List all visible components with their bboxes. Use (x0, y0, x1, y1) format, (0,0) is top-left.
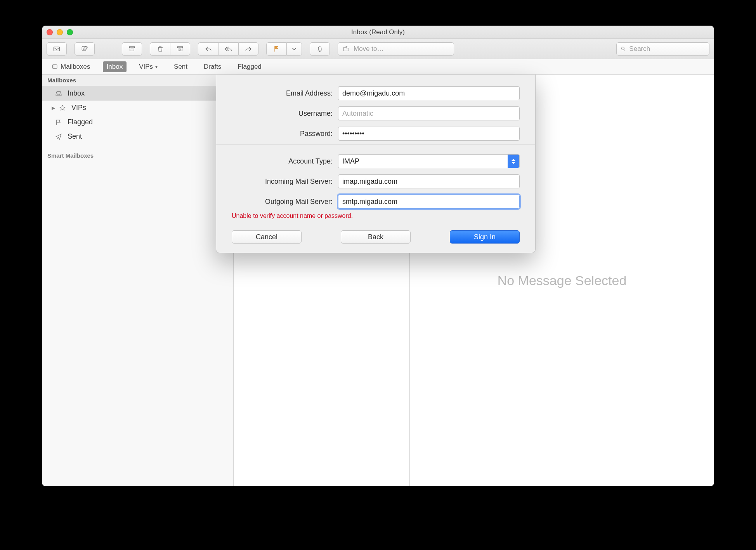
sheet-divider (216, 144, 535, 145)
fav-inbox[interactable]: Inbox (103, 61, 127, 72)
search-input[interactable] (629, 45, 705, 53)
fav-sent-label: Sent (174, 63, 187, 71)
reply-button[interactable] (198, 42, 218, 56)
svg-rect-0 (54, 47, 60, 51)
sidebar-item-flagged[interactable]: Flagged (42, 115, 233, 129)
sidebar-item-label: Sent (68, 132, 82, 141)
sidebar-item-label: Flagged (68, 118, 93, 126)
zoom-window-button[interactable] (67, 29, 73, 35)
account-setup-sheet: Email Address: Username: Password: (216, 75, 536, 253)
junk-button[interactable] (170, 42, 190, 56)
window-title: Inbox (Read Only) (351, 28, 405, 36)
forward-button[interactable] (238, 42, 258, 56)
fav-mailboxes[interactable]: Mailboxes (47, 61, 94, 72)
label-incoming: Incoming Mail Server: (232, 178, 333, 186)
label-email: Email Address: (232, 89, 333, 97)
inbox-icon (54, 90, 63, 97)
svg-point-4 (621, 47, 624, 50)
fav-flagged-label: Flagged (238, 63, 261, 71)
delete-button[interactable] (150, 42, 170, 56)
flag-outline-icon (54, 119, 63, 126)
error-message: Unable to verify account name or passwor… (232, 212, 520, 219)
forward-icon (245, 45, 252, 52)
sidebar: Mailboxes Inbox ▶ VIPs Flagged Sent (42, 75, 234, 486)
search-field[interactable] (616, 42, 709, 56)
select-stepper-icon (508, 155, 519, 168)
username-field-wrap[interactable] (338, 106, 520, 120)
fav-vips-label: VIPs (139, 63, 153, 71)
svg-rect-5 (52, 64, 57, 68)
sidebar-item-vips[interactable]: ▶ VIPs (42, 101, 233, 115)
favorites-bar: Mailboxes Inbox VIPs ▾ Sent Drafts Flagg… (42, 59, 714, 75)
sidebar-item-inbox[interactable]: Inbox (42, 86, 233, 101)
label-outgoing: Outgoing Mail Server: (232, 198, 333, 206)
trash-icon (157, 45, 164, 52)
fav-drafts[interactable]: Drafts (200, 61, 225, 72)
label-password: Password: (232, 130, 333, 138)
move-to-label: Move to… (354, 45, 383, 53)
password-input[interactable] (342, 130, 515, 138)
minimize-window-button[interactable] (57, 29, 63, 35)
back-button-label: Back (368, 233, 383, 241)
reply-all-button[interactable] (218, 42, 238, 56)
account-type-select[interactable]: IMAP (338, 154, 520, 168)
email-field-wrap[interactable] (338, 86, 520, 100)
chevron-down-icon: ▾ (155, 64, 158, 70)
junk-icon (177, 45, 184, 52)
mail-window: Inbox (Read Only) (42, 26, 714, 486)
svg-rect-3 (177, 47, 183, 48)
fav-flagged[interactable]: Flagged (234, 61, 265, 72)
email-input[interactable] (342, 89, 515, 97)
titlebar: Inbox (Read Only) (42, 26, 714, 39)
cancel-button-label: Cancel (256, 233, 277, 241)
sign-in-button[interactable]: Sign In (450, 230, 520, 244)
reply-icon (205, 45, 212, 52)
star-icon (58, 104, 67, 111)
bell-icon (316, 45, 323, 52)
sidebar-toggle-icon (51, 64, 58, 70)
get-mail-button[interactable] (47, 42, 67, 56)
toolbar: Move to… (42, 39, 714, 59)
fav-mailboxes-label: Mailboxes (61, 63, 90, 71)
label-username: Username: (232, 110, 333, 118)
fav-drafts-label: Drafts (204, 63, 221, 71)
outgoing-field-wrap[interactable] (338, 195, 520, 209)
back-button[interactable]: Back (341, 230, 411, 244)
flag-button[interactable] (266, 42, 286, 56)
compose-button[interactable] (75, 42, 95, 56)
account-type-value: IMAP (342, 157, 359, 165)
sidebar-item-sent[interactable]: Sent (42, 129, 233, 144)
incoming-server-input[interactable] (342, 178, 515, 186)
label-account-type: Account Type: (232, 157, 333, 165)
sidebar-item-label: VIPs (71, 104, 86, 112)
sidebar-item-label: Inbox (68, 89, 85, 97)
sign-in-button-label: Sign In (474, 233, 496, 241)
sidebar-section-mailboxes: Mailboxes (42, 75, 233, 86)
viewer-placeholder: No Message Selected (498, 273, 627, 288)
chevron-down-icon (291, 45, 298, 52)
password-field-wrap[interactable] (338, 127, 520, 141)
move-to-button[interactable]: Move to… (338, 42, 454, 56)
archive-icon (128, 45, 135, 52)
fav-sent[interactable]: Sent (170, 61, 191, 72)
flag-icon (273, 45, 280, 52)
archive-button[interactable] (122, 42, 142, 56)
outgoing-server-input[interactable] (342, 198, 515, 206)
sidebar-section-smart: Smart Mailboxes (42, 150, 233, 161)
incoming-field-wrap[interactable] (338, 174, 520, 188)
username-input[interactable] (342, 110, 515, 118)
search-icon (621, 46, 626, 52)
close-window-button[interactable] (47, 29, 53, 35)
svg-rect-2 (129, 47, 135, 48)
window-controls (47, 29, 73, 35)
paper-plane-icon (54, 133, 63, 140)
reply-all-icon (225, 45, 232, 52)
compose-icon (81, 45, 88, 52)
fav-inbox-label: Inbox (107, 63, 123, 71)
envelope-icon (53, 45, 60, 52)
disclosure-triangle-icon[interactable]: ▶ (51, 105, 55, 111)
cancel-button[interactable]: Cancel (232, 230, 302, 244)
flag-menu-button[interactable] (286, 42, 302, 56)
mute-button[interactable] (310, 42, 330, 56)
fav-vips[interactable]: VIPs ▾ (135, 61, 161, 72)
